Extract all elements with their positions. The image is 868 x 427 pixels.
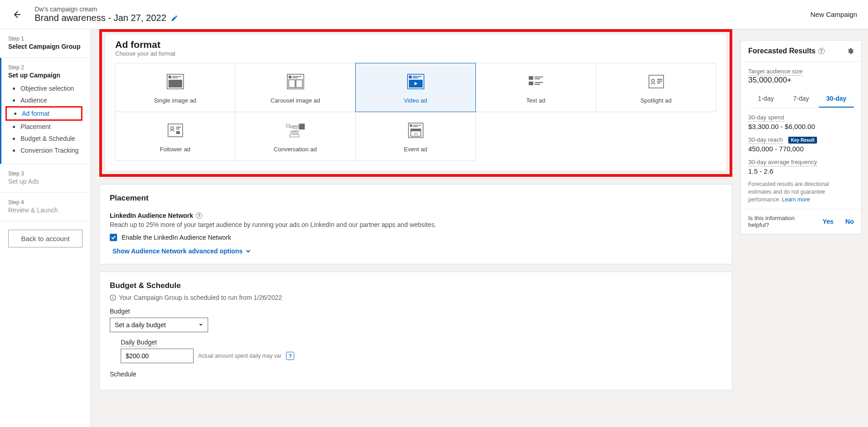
- feedback-yes[interactable]: Yes: [822, 218, 833, 225]
- svg-rect-19: [529, 82, 533, 85]
- svg-rect-18: [535, 78, 540, 79]
- reach-value: 450,000 - 770,000: [748, 145, 854, 153]
- campaign-name: Brand awareness - Jan 27, 2022: [35, 13, 166, 23]
- svg-rect-46: [411, 129, 421, 131]
- tab-1day[interactable]: 1-day: [748, 90, 783, 108]
- follower-icon: [165, 120, 185, 140]
- sidebar-item-ad-format[interactable]: Ad format: [5, 106, 82, 121]
- svg-point-34: [290, 126, 292, 128]
- video-icon: [406, 72, 426, 92]
- budget-info-text: Your Campaign Group is scheduled to run …: [119, 294, 282, 301]
- svg-rect-24: [657, 79, 662, 80]
- svg-rect-27: [168, 124, 183, 137]
- budget-card: Budget & Schedule Your Campaign Group is…: [99, 272, 732, 390]
- ad-format-highlight: Ad format Choose your ad format Single i…: [99, 29, 732, 177]
- svg-rect-3: [172, 77, 178, 78]
- sidebar-item-budget[interactable]: Budget & Schedule: [8, 133, 82, 144]
- spotlight-icon: [646, 72, 666, 92]
- format-event[interactable]: 31 Event ad: [355, 112, 476, 161]
- forecast-title: Forecasted Results: [748, 47, 816, 55]
- forecast-tabs: 1-day 7-day 30-day: [748, 90, 854, 108]
- svg-rect-12: [409, 76, 412, 78]
- audience-network-desc: Reach up to 25% more of your target audi…: [110, 221, 722, 228]
- svg-rect-4: [168, 80, 182, 87]
- svg-rect-31: [176, 131, 180, 134]
- format-carousel-image[interactable]: Carousel image ad: [235, 63, 356, 112]
- svg-rect-1: [168, 76, 171, 78]
- dropdown-caret-icon: [199, 323, 203, 327]
- budget-label: Budget: [110, 308, 722, 315]
- enable-audience-network-label: Enable the LinkedIn Audience Network: [122, 234, 231, 241]
- reach-label: 30-day reach: [748, 136, 783, 144]
- svg-rect-17: [535, 77, 543, 77]
- svg-rect-49: [112, 297, 113, 299]
- svg-rect-2: [172, 76, 181, 77]
- svg-rect-29: [176, 127, 181, 128]
- daily-budget-input[interactable]: [121, 349, 194, 363]
- svg-rect-13: [413, 76, 422, 77]
- format-conversation[interactable]: Conversation ad: [235, 112, 356, 161]
- gear-icon[interactable]: [847, 47, 854, 55]
- audience-network-label: LinkedIn Audience Network: [110, 212, 193, 219]
- svg-rect-21: [535, 84, 540, 85]
- step-3[interactable]: Step 3 Set up Ads: [0, 164, 91, 193]
- format-text[interactable]: Text ad: [475, 63, 596, 112]
- tab-7day[interactable]: 7-day: [783, 90, 818, 108]
- svg-rect-44: [413, 126, 418, 127]
- budget-title: Budget & Schedule: [110, 281, 722, 290]
- help-icon[interactable]: ?: [818, 48, 825, 54]
- placement-card: Placement LinkedIn Audience Network ? Re…: [99, 184, 732, 264]
- sidebar-item-conversion[interactable]: Conversion Tracking: [8, 144, 82, 156]
- svg-rect-39: [294, 131, 297, 132]
- header: Dw's campaign cream Brand awareness - Ja…: [0, 0, 868, 29]
- forecast-rail: Forecasted Results ? Target audience siz…: [740, 29, 868, 427]
- svg-rect-10: [296, 80, 302, 87]
- sidebar-item-audience[interactable]: Audience: [8, 94, 82, 106]
- svg-rect-42: [410, 124, 412, 127]
- placement-title: Placement: [110, 194, 722, 203]
- header-right-label: New Campaign: [810, 10, 857, 18]
- svg-rect-25: [657, 81, 662, 82]
- learn-more-link[interactable]: Learn more: [782, 196, 810, 203]
- svg-rect-7: [292, 76, 301, 77]
- svg-text:31: 31: [414, 132, 418, 136]
- audience-size-label: Target audience size: [748, 68, 802, 76]
- campaign-group-name: Dw's campaign cream: [35, 5, 810, 13]
- svg-rect-8: [292, 77, 298, 78]
- sidebar-item-placement[interactable]: Placement: [8, 121, 82, 133]
- svg-rect-14: [413, 77, 418, 78]
- svg-rect-9: [289, 80, 295, 87]
- ad-format-subtitle: Choose your ad format: [115, 50, 716, 57]
- freq-label: 30-day average frequency: [748, 159, 817, 166]
- tab-30day[interactable]: 30-day: [819, 90, 854, 108]
- spend-label: 30-day spend: [748, 114, 784, 122]
- daily-budget-label: Daily Budget: [121, 339, 157, 347]
- conversation-icon: [286, 120, 306, 140]
- key-result-badge: Key Result: [788, 137, 817, 144]
- chevron-down-icon: [245, 248, 251, 254]
- back-to-account-button[interactable]: Back to account: [8, 230, 82, 247]
- feedback-no[interactable]: No: [845, 218, 854, 225]
- format-follower[interactable]: Follower ad: [115, 112, 235, 161]
- format-video[interactable]: Video ad: [355, 63, 476, 112]
- edit-icon[interactable]: [171, 15, 178, 22]
- budget-type-select[interactable]: Set a daily budget: [110, 318, 208, 332]
- format-spotlight[interactable]: Spotlight ad: [596, 63, 716, 112]
- format-single-image[interactable]: Single image ad: [115, 63, 235, 112]
- step-4[interactable]: Step 4 Review & Launch: [0, 193, 91, 221]
- svg-rect-36: [294, 126, 297, 127]
- sidebar: Step 1 Select Campaign Group Step 2 Set …: [0, 29, 91, 427]
- audience-size-value: 35,000,000+: [748, 76, 854, 85]
- enable-audience-network-checkbox[interactable]: [110, 234, 117, 241]
- back-arrow-icon[interactable]: [11, 9, 22, 20]
- info-icon: [110, 294, 116, 301]
- svg-point-23: [652, 79, 654, 82]
- sidebar-item-objective[interactable]: Objective selection: [8, 82, 82, 94]
- daily-budget-hint: Actual amount spent daily may var: [198, 353, 281, 359]
- help-icon[interactable]: ?: [196, 212, 202, 219]
- svg-point-37: [290, 131, 292, 133]
- step-1[interactable]: Step 1 Select Campaign Group: [0, 29, 91, 58]
- help-badge-icon[interactable]: ?: [286, 352, 294, 360]
- show-advanced-options-link[interactable]: Show Audience Network advanced options: [110, 247, 722, 255]
- svg-rect-6: [289, 76, 291, 78]
